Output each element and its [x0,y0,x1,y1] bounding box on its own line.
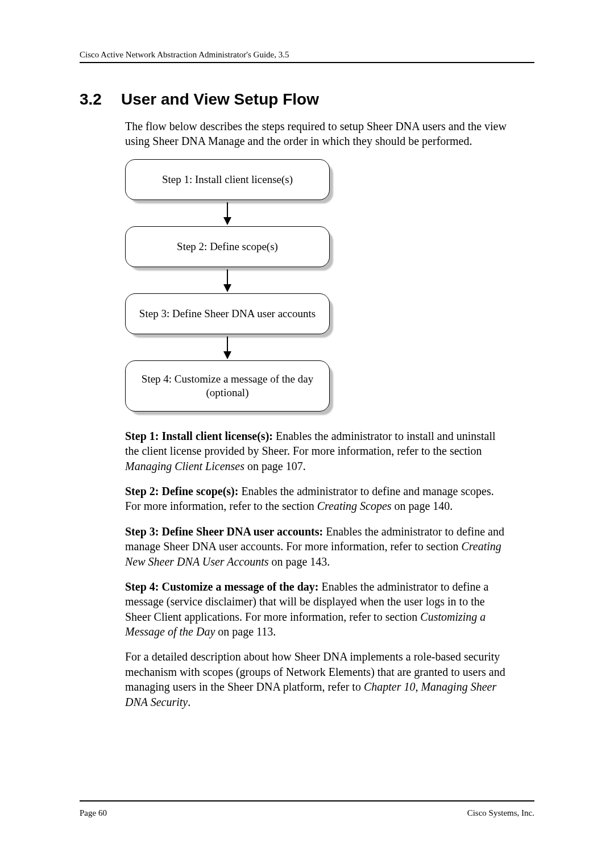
closing-paragraph: For a detailed description about how She… [125,649,512,709]
flow-step-box: Step 1: Install client license(s) [125,159,330,200]
section-heading: 3.2 User and View Setup Flow [80,90,534,109]
footer-page-number: Page 60 [80,808,107,818]
flow-step-box: Step 4: Customize a message of the day (… [125,360,330,412]
step4-paragraph: Step 4: Customize a message of the day: … [125,579,512,639]
flow-arrow [125,334,330,360]
section-number: 3.2 [80,90,102,109]
svg-marker-3 [223,284,231,292]
flow-step-2: Step 2: Define scope(s) [125,226,330,267]
body-column: The flow below describes the steps requi… [125,119,512,709]
step-ref: Creating Scopes [317,500,392,512]
section-title: User and View Setup Flow [121,90,319,109]
step1-paragraph: Step 1: Install client license(s): Enabl… [125,429,512,474]
step-tail: on page 107. [244,460,306,472]
step-tail: on page 143. [269,555,330,568]
step-label: Step 3: Define Sheer DNA user accounts: [125,525,323,538]
flow-arrow [125,200,330,226]
page-footer: Page 60 Cisco Systems, Inc. [80,808,534,818]
intro-paragraph: The flow below describes the steps requi… [125,119,512,149]
footer-company: Cisco Systems, Inc. [467,808,534,818]
arrow-down-icon [222,269,233,292]
arrow-down-icon [222,202,233,225]
step-tail: on page 113. [215,625,276,638]
closing-tail: . [188,696,190,708]
running-header: Cisco Active Network Abstraction Adminis… [80,50,534,63]
step-ref: Managing Client Licenses [125,460,244,472]
arrow-down-icon [222,337,233,359]
flow-step-1: Step 1: Install client license(s) [125,159,330,200]
flow-step-4: Step 4: Customize a message of the day (… [125,360,330,412]
footer-rule [80,800,534,801]
step-label: Step 1: Install client license(s): [125,430,273,442]
flowchart: Step 1: Install client license(s) Step 2… [125,159,341,412]
step-label: Step 4: Customize a message of the day: [125,580,319,593]
flow-arrow [125,267,330,293]
svg-marker-5 [223,351,231,359]
step-label: Step 2: Define scope(s): [125,485,238,497]
svg-marker-1 [223,217,231,225]
flow-step-3: Step 3: Define Sheer DNA user accounts [125,293,330,334]
step2-paragraph: Step 2: Define scope(s): Enables the adm… [125,484,512,514]
step-tail: on page 140. [392,500,453,512]
page-content: Cisco Active Network Abstraction Adminis… [80,50,534,720]
flow-step-box: Step 2: Define scope(s) [125,226,330,267]
flow-step-box: Step 3: Define Sheer DNA user accounts [125,293,330,334]
step3-paragraph: Step 3: Define Sheer DNA user accounts: … [125,524,512,569]
